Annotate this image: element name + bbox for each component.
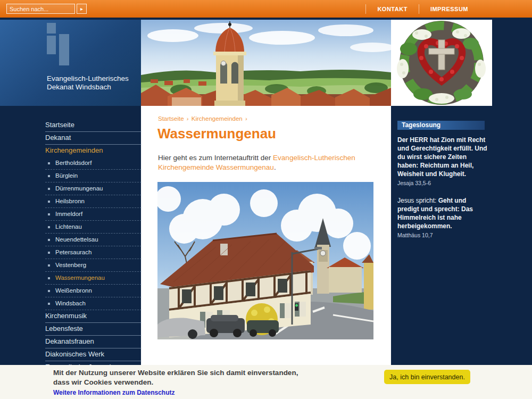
logo-square-icon bbox=[47, 23, 56, 34]
bullet-square-icon bbox=[48, 213, 50, 215]
bullet-square-icon bbox=[48, 226, 50, 228]
verse-intro: Jesus spricht: bbox=[397, 197, 438, 204]
sidebar-item-dekanat[interactable]: Dekanat bbox=[45, 132, 142, 145]
bullet-square-icon bbox=[48, 252, 50, 254]
tageslosung-verse-1: Der HERR hat Zion mit Recht und Gerechti… bbox=[397, 136, 488, 178]
sidebar-item-label: Immeldorf bbox=[55, 211, 82, 217]
top-links: KONTAKT IMPRESSUM bbox=[365, 0, 479, 18]
sidebar-item-label: Diakonisches Werk bbox=[45, 350, 104, 358]
cookie-text-line-1: Mit der Nutzung unserer Website erklären… bbox=[53, 369, 298, 377]
bullet-square-icon bbox=[48, 303, 50, 305]
sidebar-item-immeldorf[interactable]: Immeldorf bbox=[45, 208, 142, 221]
tageslosung-reference-1: Jesaja 33,5-6 bbox=[397, 180, 488, 186]
top-bar: ▸ KONTAKT IMPRESSUM bbox=[0, 0, 532, 18]
kontakt-link[interactable]: KONTAKT bbox=[365, 4, 418, 14]
sidebar-item-label: Startseite bbox=[45, 121, 74, 129]
header-banner: Evangelisch-Lutherisches Dekanat Windsba… bbox=[0, 20, 532, 106]
main-content: Startseite › Kirchengemeinden › Wassermu… bbox=[141, 106, 391, 399]
sidebar-nav: StartseiteDekanatKirchengemeindenBerthol… bbox=[45, 119, 142, 387]
sidebar-item-label: Weißenbronn bbox=[55, 287, 92, 294]
site-logo[interactable]: Evangelisch-Lutherisches Dekanat Windsba… bbox=[0, 20, 141, 106]
banner-village-photo bbox=[141, 20, 391, 106]
search-form: ▸ bbox=[6, 4, 87, 14]
cookie-banner: Mit der Nutzung unserer Website erklären… bbox=[0, 365, 532, 399]
breadcrumb-link-startseite[interactable]: Startseite bbox=[158, 115, 184, 122]
search-submit-button[interactable]: ▸ bbox=[77, 4, 87, 14]
sidebar-item-wei-enbronn[interactable]: Weißenbronn bbox=[45, 285, 142, 297]
sidebar-item-heilsbronn[interactable]: Heilsbronn bbox=[45, 195, 142, 208]
sidebar-item-label: Kirchengemeinden bbox=[45, 146, 103, 154]
sidebar-item-petersaurach[interactable]: Petersaurach bbox=[45, 246, 142, 259]
sidebar-item-d-rrenmungenau[interactable]: Dürrenmungenau bbox=[45, 182, 142, 195]
breadcrumb-separator: › bbox=[184, 115, 192, 122]
sidebar-item-kirchengemeinden[interactable]: Kirchengemeinden bbox=[45, 145, 142, 157]
sidebar-item-kirchenmusik[interactable]: Kirchenmusik bbox=[45, 310, 142, 323]
logo-square-icon bbox=[47, 36, 56, 54]
sidebar-item-label: Neuendettelsau bbox=[55, 236, 98, 243]
sidebar-item-label: Dekanatsfrauen bbox=[45, 337, 94, 345]
sidebar-item-dekanatsfrauen[interactable]: Dekanatsfrauen bbox=[45, 336, 142, 348]
sidebar-item-wassermungenau[interactable]: Wassermungenau bbox=[45, 272, 142, 285]
datenschutz-link[interactable]: Weitere Informationen zum Datenschutz bbox=[53, 389, 174, 396]
tageslosung-verse-2: Jesus spricht: Geht und predigt und spre… bbox=[397, 196, 488, 230]
sidebar-item-windsbach[interactable]: Windsbach bbox=[45, 297, 142, 310]
sidebar-item-label: Dekanat bbox=[45, 134, 71, 142]
breadcrumb-link-kirchengemeinden[interactable]: Kirchengemeinden bbox=[192, 115, 243, 122]
sidebar-item-startseite[interactable]: Startseite bbox=[45, 119, 142, 132]
sidebar-item-label: Lebensfeste bbox=[45, 325, 83, 332]
sidebar-item-lebensfeste[interactable]: Lebensfeste bbox=[45, 323, 142, 336]
site-title: Evangelisch-Lutherisches Dekanat Windsba… bbox=[47, 74, 129, 92]
cookie-text-line-2: dass wir Cookies verwenden. bbox=[53, 378, 153, 386]
search-input[interactable] bbox=[6, 4, 75, 14]
cookie-accept-button[interactable]: Ja, ich bin einverstanden. bbox=[384, 370, 470, 384]
sidebar-item-label: Bürglein bbox=[55, 172, 78, 179]
bullet-square-icon bbox=[48, 239, 50, 241]
sidebar-item-label: Heilsbronn bbox=[55, 198, 85, 204]
sidebar-item-b-rglein[interactable]: Bürglein bbox=[45, 170, 142, 182]
sidebar-item-label: Dürrenmungenau bbox=[55, 185, 103, 192]
sidebar-item-bertholdsdorf[interactable]: Bertholdsdorf bbox=[45, 157, 142, 170]
tageslosung-reference-2: Matthäus 10,7 bbox=[397, 232, 488, 238]
tageslosung-header: Tageslosung bbox=[397, 121, 485, 130]
bullet-square-icon bbox=[48, 188, 50, 190]
sidebar-item-label: Petersaurach bbox=[55, 249, 92, 255]
breadcrumb: Startseite › Kirchengemeinden › bbox=[158, 115, 391, 122]
bullet-square-icon bbox=[48, 277, 50, 279]
arrow-right-icon: ▸ bbox=[80, 6, 83, 12]
intro-paragraph: Hier geht es zum Internetauftritt der Ev… bbox=[158, 153, 378, 172]
sidebar-item-label: Bertholdsdorf bbox=[55, 160, 92, 166]
intro-text-end: . bbox=[274, 163, 276, 171]
breadcrumb-separator: › bbox=[243, 115, 248, 122]
sidebar-item-label: Kirchenmusik bbox=[45, 312, 87, 320]
sidebar-item-label: Windsbach bbox=[55, 300, 86, 306]
sidebar-item-lichtenau[interactable]: Lichtenau bbox=[45, 221, 142, 234]
sidebar-item-label: Vestenberg bbox=[55, 262, 86, 268]
bullet-square-icon bbox=[48, 175, 50, 177]
sidebar-item-diakonisches-werk[interactable]: Diakonisches Werk bbox=[45, 348, 142, 361]
banner-garden-photo bbox=[391, 20, 492, 106]
bullet-square-icon bbox=[48, 201, 50, 203]
intro-text: Hier geht es zum Internetauftritt der bbox=[158, 154, 273, 162]
impressum-link[interactable]: IMPRESSUM bbox=[419, 4, 479, 14]
sidebar-item-label: Lichtenau bbox=[55, 223, 82, 230]
sidebar-item-label: Wassermungenau bbox=[55, 275, 105, 281]
bullet-square-icon bbox=[48, 264, 50, 267]
logo-square-icon bbox=[59, 34, 69, 65]
bullet-square-icon bbox=[48, 162, 50, 164]
bullet-square-icon bbox=[48, 290, 50, 292]
page-title: Wassermungenau bbox=[157, 126, 391, 142]
tageslosung-widget: Tageslosung Der HERR hat Zion mit Recht … bbox=[397, 121, 488, 238]
street-view-photo bbox=[157, 182, 373, 339]
sidebar-item-vestenberg[interactable]: Vestenberg bbox=[45, 259, 142, 272]
sidebar-item-neuendettelsau[interactable]: Neuendettelsau bbox=[45, 234, 142, 246]
